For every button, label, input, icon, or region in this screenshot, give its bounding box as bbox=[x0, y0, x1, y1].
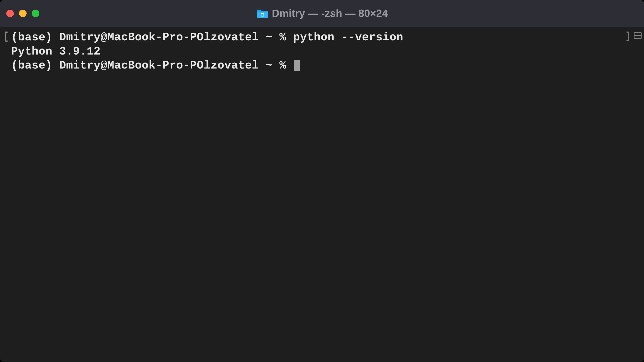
terminal-line-2: Python 3.9.12 bbox=[4, 44, 640, 59]
prompt-2: (base) Dmitry@MacBook-Pro-POlzovatel ~ % bbox=[11, 59, 293, 72]
terminal-content[interactable]: (base) Dmitry@MacBook-Pro-POlzovatel ~ %… bbox=[0, 27, 644, 362]
terminal-line-1: (base) Dmitry@MacBook-Pro-POlzovatel ~ %… bbox=[4, 30, 640, 44]
command-1: python --version bbox=[293, 31, 403, 44]
maximize-button[interactable] bbox=[32, 9, 39, 17]
session-bracket-left: [ bbox=[2, 30, 10, 43]
cursor bbox=[294, 60, 300, 71]
session-bracket-right: ] bbox=[625, 30, 632, 42]
window-title: Dmitry — -zsh — 80×24 bbox=[272, 7, 388, 19]
traffic-lights bbox=[6, 9, 39, 17]
terminal-line-3: (base) Dmitry@MacBook-Pro-POlzovatel ~ % bbox=[4, 58, 640, 73]
panel-split-icon[interactable] bbox=[634, 31, 642, 40]
terminal-window: Dmitry — -zsh — 80×24 [ ] (base) Dmitry@… bbox=[0, 0, 644, 362]
minimize-button[interactable] bbox=[19, 9, 26, 17]
folder-icon bbox=[256, 8, 269, 18]
session-right-indicators: ] bbox=[625, 30, 642, 42]
title-bar[interactable]: Dmitry — -zsh — 80×24 bbox=[0, 0, 644, 27]
close-button[interactable] bbox=[6, 9, 14, 17]
prompt-1: (base) Dmitry@MacBook-Pro-POlzovatel ~ % bbox=[11, 31, 293, 44]
window-title-container: Dmitry — -zsh — 80×24 bbox=[256, 7, 388, 19]
terminal-body: [ ] (base) Dmitry@MacBook-Pro-POlzovatel… bbox=[0, 27, 644, 362]
output-1: Python 3.9.12 bbox=[11, 45, 100, 58]
